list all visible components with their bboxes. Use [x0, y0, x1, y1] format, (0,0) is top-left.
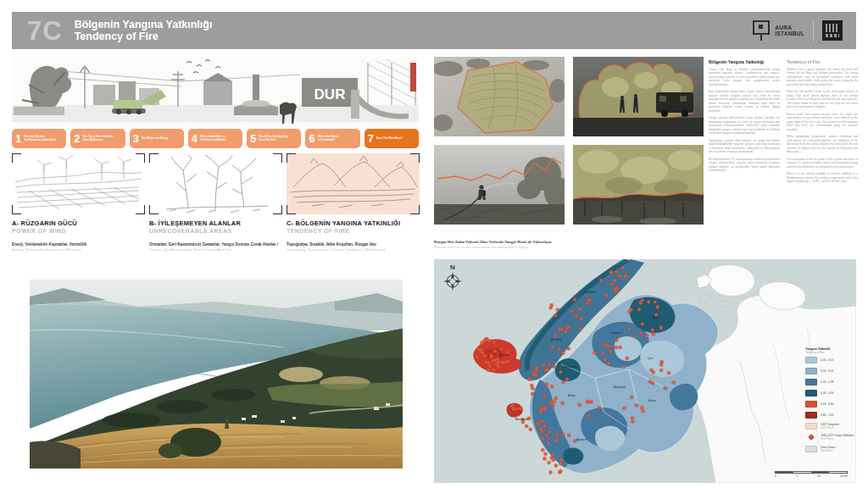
place-label: Yenice [648, 399, 656, 402]
dur-sign: DUR [302, 78, 358, 107]
fire-point [487, 369, 490, 372]
fire-point [637, 308, 641, 311]
fire-point [618, 274, 621, 278]
legend-swatch [805, 446, 817, 452]
fire-point [615, 346, 618, 349]
fire-point [561, 432, 565, 435]
fire-point [630, 308, 633, 312]
paragraph: Wildfires are a typical disaster risk dr… [787, 68, 858, 86]
fire-point [518, 407, 521, 410]
paragraph: Yangın riski, Biga ve Gelibolu yarımadal… [709, 68, 780, 86]
legend-class-row: 0.00 - 0.16 [805, 357, 854, 363]
fire-point [604, 358, 607, 362]
fire-point [622, 365, 626, 369]
fire-point [598, 406, 601, 409]
fire-point [579, 317, 582, 320]
paragraph: When topography, temperature, climatic c… [787, 135, 858, 153]
fire-point [609, 270, 613, 274]
fire-point [512, 408, 515, 411]
legend-class-row: 0.48 - 0.64 [805, 390, 854, 396]
fire-point [664, 386, 667, 390]
fire-point [554, 396, 558, 400]
fire-point [659, 325, 663, 329]
fire-point [640, 406, 643, 409]
fire-point [543, 452, 547, 456]
corner-mark [149, 153, 159, 163]
fire-point [605, 344, 609, 347]
fire-point [496, 358, 499, 361]
fire-point [587, 400, 590, 403]
scale-bar-segments [775, 471, 848, 474]
map-legend: Yangına Yatkınlık Tendency of Fire 0.00 … [805, 347, 854, 457]
photo-firefighter-hose [434, 145, 565, 225]
fire-point [547, 441, 550, 445]
legend-subtitle: Tendency of Fire [805, 351, 854, 354]
step-4: 4 Why a Landslide in aTroubled Land Made… [188, 129, 242, 148]
fire-point [619, 346, 622, 349]
fire-point [575, 314, 578, 318]
fire-point [564, 330, 567, 333]
fire-point [586, 302, 589, 305]
title-turkish: Bölgenin Yangına Yatkınlığı [75, 19, 213, 30]
fire-point [542, 395, 546, 398]
fire-point [532, 373, 536, 376]
corner-mark [12, 205, 21, 214]
place-label: Bayramiç [614, 385, 626, 389]
aura-logo-icon [752, 19, 771, 42]
fire-point [652, 332, 655, 336]
fire-point [610, 282, 614, 286]
fire-point [593, 351, 596, 354]
fire-point [641, 322, 644, 325]
fire-point [573, 298, 576, 302]
board-code: 7C [27, 18, 63, 44]
fire-point [545, 434, 548, 437]
place-label: Ayvacık [576, 438, 587, 441]
fire-point [535, 366, 538, 369]
fire-point [492, 369, 495, 372]
fire-point [541, 430, 544, 433]
fire-point [639, 301, 643, 304]
fire-point [604, 294, 608, 297]
fire-point [578, 308, 581, 311]
legend-swatch [805, 379, 817, 385]
legend-class-row: 0.32 - 0.48 [805, 379, 854, 385]
article-heading-tr: Bölgenin Yangına Yatkınlığı [709, 59, 780, 64]
coastal-landscape-illustration [30, 280, 403, 469]
place-label: Ezine [568, 394, 576, 397]
fire-point [555, 434, 559, 437]
fire-point [554, 313, 557, 317]
photo-smoke-burnt-land [573, 145, 704, 225]
corner-mark [287, 153, 296, 163]
fire-point [651, 328, 654, 331]
fire-point [548, 363, 551, 366]
fire-point [645, 334, 648, 337]
step-2: 2 The Top is More ValuableThan My Bottom [70, 129, 125, 148]
fire-point [493, 349, 497, 352]
section-c-title: C- BÖLGENİN YANGINA YATKINLIĞI TENDENCY … [287, 219, 420, 234]
place-label: Lapseki [610, 331, 620, 335]
place-label: Eceabat [551, 338, 562, 341]
place-label: Çanakkale [563, 365, 577, 369]
paragraph: From the old windmill fields to the wind… [787, 90, 858, 108]
place-label: Bozcaada [515, 418, 529, 421]
article-column-turkish: Bölgenin Yangına Yatkınlığı Yangın riski… [709, 59, 780, 176]
fire-point [647, 300, 650, 303]
sketch-panel-fire-tendency [287, 153, 420, 214]
page-title: Bölgenin Yangına Yatkınlığı Tendency of … [75, 19, 213, 43]
fire-point [490, 356, 493, 359]
fire-point [550, 345, 554, 348]
corner-mark [410, 205, 420, 214]
fire-point [531, 387, 534, 391]
fire-point [537, 423, 540, 426]
fire-point [559, 458, 563, 461]
fire-point [561, 402, 565, 405]
fire-point [587, 414, 590, 418]
place-label: Gökçeada [495, 353, 509, 357]
collage-illustration: DUR [12, 56, 419, 127]
fire-point [639, 331, 643, 335]
fire-point [548, 461, 551, 464]
fire-point [667, 371, 670, 374]
fire-point [561, 380, 565, 384]
legend-swatch [805, 423, 817, 430]
fire-point [579, 327, 582, 330]
